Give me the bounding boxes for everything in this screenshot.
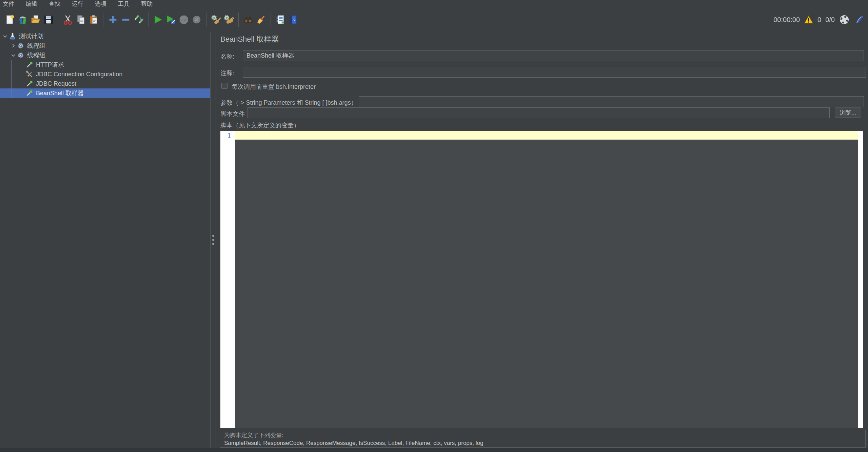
add-icon[interactable] bbox=[107, 14, 119, 25]
tree-item-label: JDBC Request bbox=[36, 80, 76, 87]
tree-item-label: 线程组 bbox=[27, 42, 45, 50]
menu-run[interactable]: 运行 bbox=[68, 0, 87, 8]
defined-variables-box: 为脚本定义了下列变量: SampleResult, ResponseCode, … bbox=[220, 430, 866, 448]
stop-icon[interactable]: STOP bbox=[178, 14, 190, 25]
editor-active-line[interactable] bbox=[235, 131, 858, 140]
open-icon[interactable] bbox=[30, 14, 41, 25]
toolbar: STOP bbox=[0, 8, 868, 31]
editor-vertical-scrollbar[interactable] bbox=[858, 131, 863, 428]
script-file-label: 脚本文件 bbox=[220, 110, 245, 118]
browse-button[interactable]: 浏览... bbox=[835, 107, 861, 118]
variables-intro: 为脚本定义了下列变量: bbox=[224, 431, 861, 439]
window-bottom-strip bbox=[0, 448, 868, 452]
menu-edit[interactable]: 编辑 bbox=[22, 0, 41, 8]
chevron-down-icon[interactable] bbox=[10, 52, 16, 58]
menu-tools[interactable]: 工具 bbox=[114, 0, 133, 8]
toolbar-status: 00:00:00 0 0/0 bbox=[773, 14, 865, 25]
tree-item-label: BeanShell 取样器 bbox=[36, 89, 84, 97]
tree-item-thread-group-2[interactable]: 线程组 bbox=[0, 50, 210, 60]
comments-input[interactable] bbox=[243, 67, 866, 78]
splitter-grip-dot bbox=[212, 235, 214, 237]
name-label: 名称: bbox=[220, 53, 234, 61]
panel-splitter[interactable] bbox=[210, 32, 216, 448]
sampler-icon bbox=[26, 61, 33, 68]
splitter-grip-dot bbox=[212, 243, 214, 245]
menu-options[interactable]: 选项 bbox=[91, 0, 110, 8]
new-icon[interactable] bbox=[4, 14, 16, 25]
svg-text:STOP: STOP bbox=[181, 19, 187, 21]
beanshell-sampler-panel: BeanShell 取样器 名称: 注释: 每次调用前重置 bsh.Interp… bbox=[216, 32, 868, 448]
jmeter-window: 文件 编辑 查找 运行 选项 工具 帮助 bbox=[0, 0, 868, 452]
log-error-count: 0 bbox=[817, 16, 821, 24]
tree-item-http-request[interactable]: HTTP请求 bbox=[0, 60, 210, 69]
thread-group-icon bbox=[17, 42, 24, 49]
save-icon[interactable] bbox=[43, 14, 54, 25]
line-number: 1 bbox=[228, 131, 231, 139]
sampler-icon bbox=[26, 89, 33, 97]
thread-counts: 0/0 bbox=[825, 16, 835, 24]
paste-icon[interactable] bbox=[88, 14, 99, 25]
script-editor[interactable]: 1 bbox=[220, 131, 863, 428]
test-plan-icon bbox=[9, 33, 16, 40]
elapsed-time: 00:00:00 bbox=[773, 16, 800, 24]
toolbar-separator bbox=[238, 13, 239, 27]
window-body: 测试计划 线程组 线程组 bbox=[0, 32, 868, 452]
help-icon[interactable]: ? bbox=[288, 14, 299, 25]
parameters-input[interactable] bbox=[359, 96, 864, 107]
config-icon bbox=[26, 70, 33, 78]
tree-item-label: 测试计划 bbox=[19, 32, 43, 40]
svg-text:?: ? bbox=[293, 18, 295, 23]
reset-interpreter-checkbox[interactable] bbox=[221, 83, 228, 89]
start-icon[interactable] bbox=[152, 14, 164, 25]
toolbar-separator bbox=[103, 13, 103, 27]
chevron-right-icon[interactable] bbox=[10, 43, 16, 49]
menu-file[interactable]: 文件 bbox=[0, 0, 18, 8]
menu-search[interactable]: 查找 bbox=[45, 0, 64, 8]
splitter-grip-dot bbox=[212, 239, 214, 241]
jmeter-logo-icon bbox=[854, 14, 865, 25]
tree-item-thread-group-1[interactable]: 线程组 bbox=[0, 41, 210, 50]
tree-item-jdbc-connection-configuration[interactable]: JDBC Connection Configuration bbox=[0, 69, 210, 79]
clear-search-icon[interactable] bbox=[255, 14, 267, 25]
tree-item-test-plan[interactable]: 测试计划 bbox=[0, 32, 210, 41]
toolbar-separator bbox=[206, 13, 206, 27]
tree-guide-line bbox=[11, 60, 12, 98]
shutdown-icon[interactable] bbox=[191, 14, 202, 25]
comments-label: 注释: bbox=[220, 69, 234, 77]
name-input[interactable] bbox=[243, 50, 864, 61]
thread-group-icon bbox=[17, 52, 24, 59]
tree-item-jdbc-request[interactable]: JDBC Request bbox=[0, 79, 210, 88]
script-label: 脚本（见下文所定义的变量） bbox=[220, 121, 300, 129]
search-icon[interactable] bbox=[242, 14, 254, 25]
sampler-icon bbox=[26, 80, 33, 87]
tree-item-label: JDBC Connection Configuration bbox=[36, 71, 122, 78]
test-plan-tree: 测试计划 线程组 线程组 bbox=[0, 32, 210, 448]
toolbar-separator bbox=[271, 13, 271, 27]
editor-text-area[interactable] bbox=[235, 140, 858, 428]
copy-icon[interactable] bbox=[75, 14, 86, 25]
page-title: BeanShell 取样器 bbox=[220, 34, 279, 44]
clear-all-icon[interactable] bbox=[223, 14, 235, 25]
variables-list: SampleResult, ResponseCode, ResponseMess… bbox=[224, 439, 861, 447]
cut-icon[interactable] bbox=[62, 14, 74, 25]
toolbar-separator bbox=[58, 13, 58, 27]
parameters-label: 参数（-> String Parameters 和 String [ ]bsh.… bbox=[220, 99, 357, 107]
templates-icon[interactable] bbox=[17, 14, 28, 25]
remove-icon[interactable] bbox=[120, 14, 132, 25]
start-no-timers-icon[interactable] bbox=[165, 14, 177, 25]
tree-item-label: 线程组 bbox=[27, 51, 45, 59]
warning-icon[interactable] bbox=[804, 15, 813, 24]
tree-item-label: HTTP请求 bbox=[36, 61, 64, 69]
toggle-icon[interactable] bbox=[133, 14, 144, 25]
menu-bar: 文件 编辑 查找 运行 选项 工具 帮助 bbox=[0, 0, 868, 8]
toolbar-separator bbox=[148, 13, 149, 27]
reset-interpreter-label: 每次调用前重置 bsh.Interpreter bbox=[232, 83, 316, 91]
script-file-input[interactable] bbox=[248, 107, 830, 118]
chevron-down-icon[interactable] bbox=[2, 33, 8, 39]
menu-help[interactable]: 帮助 bbox=[137, 0, 156, 8]
test-state-ball-icon bbox=[839, 14, 850, 25]
editor-line-number-gutter: 1 bbox=[220, 131, 235, 428]
tree-item-beanshell-sampler[interactable]: BeanShell 取样器 bbox=[0, 88, 210, 98]
function-helper-icon[interactable] bbox=[275, 14, 286, 25]
clear-icon[interactable] bbox=[210, 14, 222, 25]
